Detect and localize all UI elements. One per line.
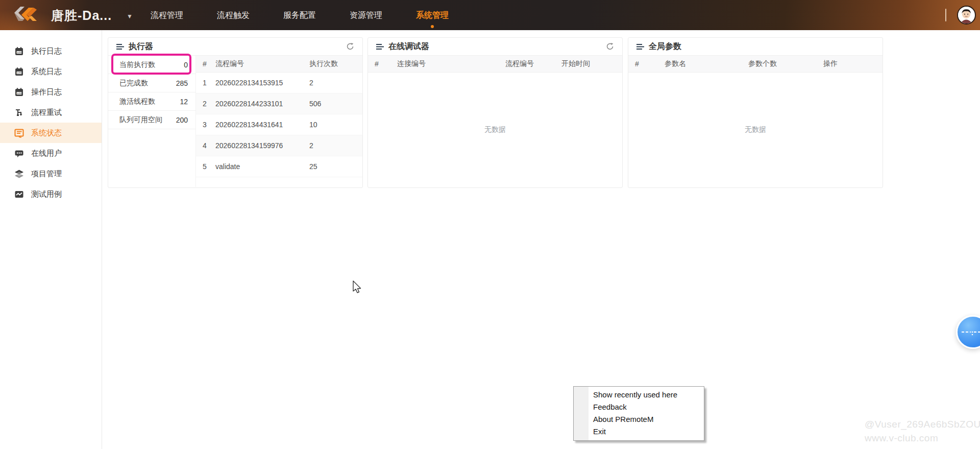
cell-index: 4 <box>196 141 215 150</box>
watermark-site: www.v-club.com <box>865 431 980 445</box>
col-actions: 操作 <box>823 59 883 68</box>
executor-stats: 当前执行数 0 已完成数 285 激活线程数 12 队列可用空间 200 <box>108 56 195 187</box>
menu-item-feedback[interactable]: Feedback <box>574 401 704 413</box>
list-icon <box>116 43 124 50</box>
stat-label: 激活线程数 <box>119 97 155 106</box>
sidebar-item-label: 在线用户 <box>31 149 62 158</box>
sidebar-item-system-log[interactable]: LOG 系统日志 <box>0 61 102 82</box>
stat-value: 12 <box>180 98 188 106</box>
refresh-icon[interactable] <box>346 42 354 51</box>
topbar: 唐胜-Da... ▼ 流程管理 流程触发 服务配置 资源管理 系统管理 <box>0 0 980 30</box>
stat-label: 当前执行数 <box>119 60 155 69</box>
cell-index: 2 <box>196 100 215 108</box>
sidebar-item-label: 测试用例 <box>31 190 62 199</box>
panel-title: 在线调试器 <box>388 41 429 52</box>
svg-text:LOG: LOG <box>17 72 22 74</box>
watermark: @Vuser_269Ae6bSbZOUJ www.v-club.com <box>865 417 980 445</box>
chevron-down-icon[interactable]: ▼ <box>127 13 133 20</box>
topbar-divider <box>945 9 946 21</box>
cell-process-id: 20260228134159976 <box>215 141 309 150</box>
tray-context-menu: Show recently used here Feedback About P… <box>573 386 704 441</box>
table-row[interactable]: 5 validate 25 <box>196 156 362 177</box>
cell-process-id: 20260228144233101 <box>215 100 309 108</box>
table-row[interactable]: 1 20260228134153915 2 <box>196 73 362 93</box>
col-connection-id: 连接编号 <box>397 59 505 68</box>
nav-item-service-config[interactable]: 服务配置 <box>266 0 333 30</box>
stat-label: 队列可用空间 <box>119 115 162 125</box>
sidebar-item-project-management[interactable]: 项目管理 <box>0 163 102 184</box>
col-start-time: 开始时间 <box>561 59 622 68</box>
stat-queue-space: 队列可用空间 200 <box>108 111 195 129</box>
chat-users-icon <box>14 149 24 158</box>
empty-state: 无数据 <box>368 73 622 187</box>
stat-active-threads: 激活线程数 12 <box>108 92 195 111</box>
nav-item-resource-management[interactable]: 资源管理 <box>333 0 399 30</box>
stat-value: 200 <box>176 116 188 124</box>
flow-retry-icon <box>14 108 24 117</box>
layers-icon <box>14 169 24 179</box>
cell-exec-count: 25 <box>309 162 362 171</box>
sidebar-item-label: 执行日志 <box>31 46 62 56</box>
floating-assistant-button[interactable] <box>956 315 980 349</box>
cell-exec-count: 2 <box>309 79 362 87</box>
top-navigation: 流程管理 流程触发 服务配置 资源管理 系统管理 <box>134 0 465 30</box>
menu-item-show-recently-used[interactable]: Show recently used here <box>574 389 704 401</box>
col-param-name: 参数名 <box>665 59 748 68</box>
table-row[interactable]: 2 20260228144233101 506 <box>196 93 362 114</box>
test-case-icon <box>14 190 24 199</box>
stat-label: 已完成数 <box>119 79 148 88</box>
table-header-row: # 连接编号 流程编号 开始时间 <box>368 56 622 73</box>
sidebar-item-test-cases[interactable]: 测试用例 <box>0 184 102 204</box>
panel-title: 全局参数 <box>649 41 681 52</box>
stat-value: 285 <box>176 79 188 87</box>
cell-exec-count: 10 <box>309 121 362 129</box>
mouse-cursor <box>351 280 362 295</box>
user-avatar[interactable] <box>957 6 976 25</box>
svg-text:LOG: LOG <box>17 92 22 94</box>
empty-text: 无数据 <box>484 125 506 134</box>
sidebar-item-label: 系统状态 <box>31 128 62 138</box>
sidebar-item-operation-log[interactable]: LOG 操作日志 <box>0 82 102 102</box>
list-icon <box>376 43 384 50</box>
system-status-icon <box>14 128 24 138</box>
ball-dashes-icon <box>961 330 980 336</box>
refresh-icon[interactable] <box>606 42 614 51</box>
cell-index: 1 <box>196 79 215 87</box>
stat-current-executions: 当前执行数 0 <box>108 56 195 74</box>
online-debugger-panel: 在线调试器 # 连接编号 流程编号 开始时间 无数据 <box>368 37 623 188</box>
col-index: # <box>368 60 397 68</box>
sidebar-item-system-status[interactable]: 系统状态 <box>0 123 102 143</box>
nav-item-process-trigger[interactable]: 流程触发 <box>200 0 266 30</box>
log-icon: LOG <box>14 87 24 97</box>
table-header-row: # 流程编号 执行次数 <box>196 56 362 73</box>
global-params-panel-header: 全局参数 <box>628 38 883 56</box>
table-row[interactable]: 3 20260228134431641 10 <box>196 114 362 135</box>
cell-exec-count: 506 <box>309 100 362 108</box>
nav-item-process-management[interactable]: 流程管理 <box>134 0 200 30</box>
table-header-row: # 参数名 参数个数 操作 <box>628 56 883 73</box>
global-params-panel: 全局参数 # 参数名 参数个数 操作 无数据 <box>628 37 883 188</box>
app-title[interactable]: 唐胜-Da... <box>51 7 112 24</box>
col-index: # <box>628 60 665 68</box>
log-icon: LOG <box>14 46 24 56</box>
executor-table: # 流程编号 执行次数 1 20260228134153915 2 2 2026… <box>195 56 362 187</box>
list-icon <box>636 43 644 50</box>
debugger-panel-header: 在线调试器 <box>368 38 622 56</box>
stat-completed-count: 已完成数 285 <box>108 74 195 92</box>
nav-item-system-management[interactable]: 系统管理 <box>399 0 465 30</box>
sidebar-item-process-retry[interactable]: 流程重试 <box>0 102 102 123</box>
sidebar-item-label: 项目管理 <box>31 169 62 179</box>
cell-index: 5 <box>196 162 215 171</box>
cell-process-id: validate <box>215 162 309 171</box>
cell-index: 3 <box>196 121 215 129</box>
table-row[interactable]: 4 20260228134159976 2 <box>196 135 362 156</box>
nav-item-label: 系统管理 <box>416 11 449 19</box>
sidebar: LOG 执行日志 LOG 系统日志 LOG 操作日志 流程重试 系统状态 在线用… <box>0 30 102 449</box>
menu-item-exit[interactable]: Exit <box>574 426 704 438</box>
sidebar-item-label: 操作日志 <box>31 87 62 97</box>
stat-value: 0 <box>184 61 188 69</box>
cell-process-id: 20260228134431641 <box>215 121 309 129</box>
sidebar-item-online-users[interactable]: 在线用户 <box>0 143 102 163</box>
menu-item-about[interactable]: About PRemoteM <box>574 413 704 426</box>
sidebar-item-execution-log[interactable]: LOG 执行日志 <box>0 41 102 61</box>
